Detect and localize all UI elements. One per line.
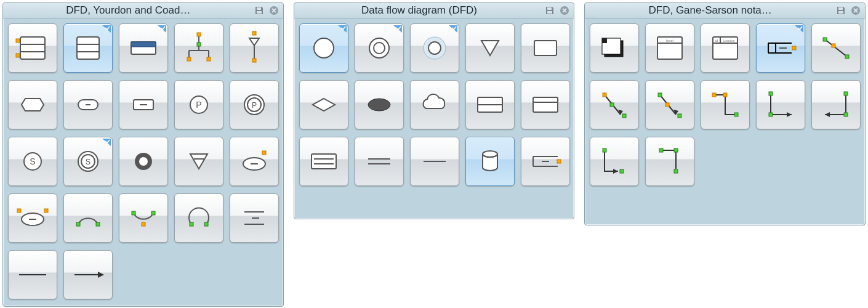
svg-text:Location: Location: [723, 39, 735, 43]
close-icon[interactable]: [268, 5, 279, 16]
data-store-stack-selected[interactable]: [63, 23, 113, 73]
fork-connector[interactable]: [174, 23, 223, 73]
svg-rect-147: [674, 148, 678, 152]
connector-arrow[interactable]: [63, 250, 113, 299]
close-icon[interactable]: [559, 5, 570, 16]
process-3d-box[interactable]: [590, 23, 639, 73]
datastore[interactable]: [756, 23, 805, 73]
hexagon-shape[interactable]: [8, 80, 57, 129]
svg-rect-61: [204, 222, 208, 226]
save-icon[interactable]: [835, 5, 846, 16]
svg-rect-136: [734, 113, 738, 116]
two-lines[interactable]: [355, 137, 404, 186]
p-circle[interactable]: P: [174, 80, 223, 129]
single-band[interactable]: [521, 80, 570, 129]
rectangle[interactable]: [521, 23, 570, 73]
svg-rect-123: [832, 44, 835, 47]
data-store-stack[interactable]: [8, 23, 57, 73]
svg-text:id: id: [715, 39, 718, 43]
cylinder[interactable]: [465, 137, 515, 186]
p-double-circle[interactable]: P: [230, 80, 279, 129]
connector-down-go[interactable]: [645, 80, 694, 129]
panel-dfd: Data flow diagram (DFD): [294, 2, 575, 219]
triangle-down[interactable]: [174, 137, 223, 186]
svg-rect-132: [665, 103, 669, 107]
triangle-down-filled[interactable]: [465, 23, 515, 73]
panel-header[interactable]: DFD, Gane-Sarson nota…: [585, 3, 865, 18]
s-circle[interactable]: S: [8, 137, 57, 186]
double-band[interactable]: [465, 80, 515, 129]
process-double-circle[interactable]: [355, 23, 404, 73]
close-icon[interactable]: [850, 5, 861, 16]
svg-rect-27: [252, 59, 256, 62]
diamond[interactable]: [299, 80, 348, 129]
process-header-box[interactable]: level: [645, 23, 694, 73]
one-line[interactable]: [410, 137, 459, 186]
svg-text:P: P: [252, 101, 257, 110]
two-lines-box[interactable]: [299, 137, 348, 186]
svg-point-77: [428, 42, 441, 54]
svg-rect-87: [311, 154, 336, 169]
svg-rect-57: [132, 211, 135, 215]
connector-down-og[interactable]: [590, 80, 639, 129]
svg-rect-20: [197, 33, 201, 36]
panel-gane-sarson: DFD, Gane-Sarson nota…levelidLocation: [584, 2, 866, 225]
svg-rect-55: [76, 222, 80, 226]
workspace: DFD, Yourdon and Coad…PPSSData flow diag…: [0, 0, 868, 308]
connector-diag[interactable]: [811, 23, 861, 73]
svg-rect-50: [262, 151, 266, 155]
ring-shape[interactable]: [119, 137, 168, 186]
ellipse[interactable]: [355, 80, 404, 129]
process-glow-circle[interactable]: [410, 23, 459, 73]
open-rect[interactable]: [230, 193, 279, 243]
rect-minus[interactable]: [119, 80, 168, 129]
connector-u-1[interactable]: [590, 137, 639, 186]
connector-step-og[interactable]: [701, 80, 750, 129]
svg-rect-127: [610, 103, 614, 107]
connector-line[interactable]: [8, 250, 57, 299]
cloud[interactable]: [410, 80, 459, 129]
panel-header[interactable]: DFD, Yourdon and Coad…: [3, 3, 283, 18]
save-icon[interactable]: [254, 5, 265, 16]
ellipse-handle-top[interactable]: [230, 137, 279, 186]
ellipse-handle-side[interactable]: [8, 193, 57, 243]
loop-arc-green[interactable]: [174, 193, 223, 243]
svg-marker-143: [613, 169, 618, 174]
svg-rect-3: [20, 37, 45, 59]
svg-rect-135: [723, 93, 727, 97]
svg-line-120: [825, 39, 847, 57]
data-store-box[interactable]: [119, 23, 168, 73]
io-box[interactable]: [521, 137, 570, 186]
svg-rect-122: [845, 55, 849, 59]
panel-body: [294, 18, 574, 191]
svg-marker-28: [22, 99, 44, 111]
save-icon[interactable]: [544, 5, 555, 16]
connector-right-angle-2[interactable]: [811, 80, 861, 129]
svg-text:P: P: [196, 100, 201, 110]
svg-rect-148: [674, 169, 678, 173]
svg-marker-140: [825, 112, 830, 117]
svg-rect-145: [620, 169, 624, 173]
arc-down-green[interactable]: [119, 193, 168, 243]
svg-rect-69: [547, 11, 552, 14]
pill-shape[interactable]: [63, 80, 113, 129]
panel-header[interactable]: Data flow diagram (DFD): [294, 3, 574, 18]
svg-rect-56: [96, 222, 100, 226]
connector-u-2[interactable]: [645, 137, 694, 186]
process-circle[interactable]: [299, 23, 348, 73]
arc-up-green[interactable]: [63, 193, 113, 243]
connector-right-angle-1[interactable]: [756, 80, 805, 129]
svg-rect-138: [769, 92, 773, 95]
svg-rect-141: [844, 92, 848, 95]
svg-point-74: [374, 43, 385, 54]
svg-rect-54: [44, 209, 48, 213]
svg-rect-6: [16, 39, 20, 43]
process-split-box[interactable]: idLocation: [701, 23, 750, 73]
svg-point-45: [139, 157, 148, 166]
svg-rect-121: [823, 38, 827, 41]
s-double-circle[interactable]: S: [63, 137, 113, 186]
merge-connector[interactable]: [230, 23, 279, 73]
svg-rect-8: [77, 37, 99, 59]
svg-rect-80: [534, 41, 557, 55]
svg-rect-21: [187, 57, 191, 61]
